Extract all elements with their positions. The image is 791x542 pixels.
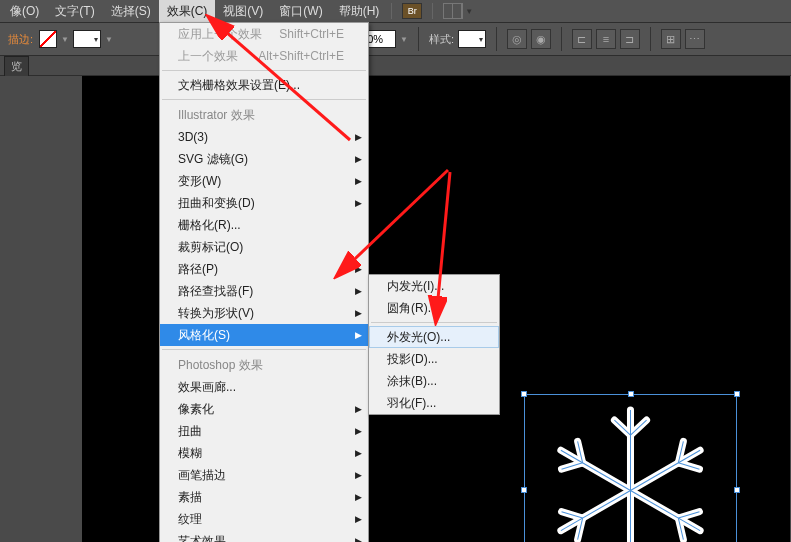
options-bar: 描边: ▼ ▾ ▼ 不透明度: 100% ▼ 样式: ▾ ◎ ◉ ⊏ ≡ ⊐ ⊞…	[0, 22, 791, 56]
menu-select[interactable]: 选择(S)	[103, 0, 159, 23]
divider	[432, 3, 433, 19]
divider	[371, 322, 497, 323]
svg-line-33	[561, 450, 631, 490]
effect-svg-filters[interactable]: SVG 滤镜(G)▶	[160, 148, 368, 170]
menu-text[interactable]: 文字(T)	[47, 0, 102, 23]
style-label: 样式:	[429, 32, 454, 47]
doc-tabbar: 览	[0, 56, 791, 76]
inner-glow[interactable]: 内发光(I)...	[369, 275, 499, 297]
svg-line-24	[630, 490, 700, 530]
outer-glow[interactable]: 外发光(O)...	[369, 326, 499, 348]
resize-handle[interactable]	[734, 487, 740, 493]
drop-shadow[interactable]: 投影(D)...	[369, 348, 499, 370]
chevron-down-icon: ▼	[465, 7, 473, 16]
bridge-icon[interactable]: Br	[402, 3, 422, 19]
feather[interactable]: 羽化(F)...	[369, 392, 499, 414]
chevron-down-icon[interactable]: ▼	[61, 35, 69, 44]
recolor-icon[interactable]: ◉	[531, 29, 551, 49]
menu-image[interactable]: 像(O)	[2, 0, 47, 23]
effect-sketch[interactable]: 素描▶	[160, 486, 368, 508]
effect-warp[interactable]: 变形(W)▶	[160, 170, 368, 192]
effect-pixelate[interactable]: 像素化▶	[160, 398, 368, 420]
effect-artistic[interactable]: 艺术效果▶	[160, 530, 368, 542]
selected-object[interactable]	[524, 394, 737, 542]
divider	[561, 27, 562, 51]
effect-brush-strokes[interactable]: 画笔描边▶	[160, 464, 368, 486]
menu-effect[interactable]: 效果(C)	[159, 0, 216, 23]
style-swatch[interactable]: ▾	[458, 30, 486, 48]
divider	[418, 27, 419, 51]
align-right-icon[interactable]: ⊐	[620, 29, 640, 49]
resize-handle[interactable]	[521, 391, 527, 397]
effect-blur[interactable]: 模糊▶	[160, 442, 368, 464]
effect-3d[interactable]: 3D(3)▶	[160, 126, 368, 148]
stroke-color-none-icon[interactable]	[39, 30, 57, 48]
effect-rasterize[interactable]: 栅格化(R)...	[160, 214, 368, 236]
snowflake-artwork	[530, 400, 731, 542]
effect-gallery[interactable]: 效果画廊...	[160, 376, 368, 398]
effect-crop-marks[interactable]: 裁剪标记(O)	[160, 236, 368, 258]
effect-convert-shape[interactable]: 转换为形状(V)▶	[160, 302, 368, 324]
svg-line-21	[630, 450, 700, 490]
effect-distort-transform[interactable]: 扭曲和变换(D)▶	[160, 192, 368, 214]
menu-window[interactable]: 窗口(W)	[271, 0, 330, 23]
resize-handle[interactable]	[521, 487, 527, 493]
doc-tab[interactable]: 览	[4, 56, 29, 76]
transform-icon[interactable]: ⊞	[661, 29, 681, 49]
apply-last-effect[interactable]: 应用上一个效果Shift+Ctrl+E	[160, 23, 368, 45]
resize-handle[interactable]	[628, 391, 634, 397]
effect-path[interactable]: 路径(P)▶	[160, 258, 368, 280]
divider	[162, 70, 366, 71]
menubar: 像(O) 文字(T) 选择(S) 效果(C) 视图(V) 窗口(W) 帮助(H)…	[0, 0, 791, 22]
effect-distort-ps[interactable]: 扭曲▶	[160, 420, 368, 442]
divider	[162, 349, 366, 350]
stroke-label: 描边:	[8, 32, 33, 47]
effect-stylize[interactable]: 风格化(S)▶	[160, 324, 368, 346]
more-icon[interactable]: ⋯	[685, 29, 705, 49]
scribble[interactable]: 涂抹(B)...	[369, 370, 499, 392]
divider	[496, 27, 497, 51]
menu-help[interactable]: 帮助(H)	[331, 0, 388, 23]
menu-view[interactable]: 视图(V)	[215, 0, 271, 23]
effect-pathfinder[interactable]: 路径查找器(F)▶	[160, 280, 368, 302]
illustrator-effects-header: Illustrator 效果	[160, 103, 368, 126]
last-effect[interactable]: 上一个效果Alt+Shift+Ctrl+E	[160, 45, 368, 67]
effect-texture[interactable]: 纹理▶	[160, 508, 368, 530]
divider	[391, 3, 392, 19]
svg-line-30	[561, 490, 631, 530]
photoshop-effects-header: Photoshop 效果	[160, 353, 368, 376]
doc-raster-settings[interactable]: 文档栅格效果设置(E)...	[160, 74, 368, 96]
effect-menu: 应用上一个效果Shift+Ctrl+E 上一个效果Alt+Shift+Ctrl+…	[159, 22, 369, 542]
chevron-down-icon[interactable]: ▼	[400, 35, 408, 44]
stroke-weight-input[interactable]: ▾	[73, 30, 101, 48]
chevron-down-icon[interactable]: ▼	[105, 35, 113, 44]
appearance-icon[interactable]: ◎	[507, 29, 527, 49]
align-left-icon[interactable]: ⊏	[572, 29, 592, 49]
divider	[650, 27, 651, 51]
round-corners[interactable]: 圆角(R)...	[369, 297, 499, 319]
align-center-icon[interactable]: ≡	[596, 29, 616, 49]
stylize-submenu: 内发光(I)... 圆角(R)... 外发光(O)... 投影(D)... 涂抹…	[368, 274, 500, 415]
layout-icon[interactable]	[443, 3, 463, 19]
resize-handle[interactable]	[734, 391, 740, 397]
divider	[162, 99, 366, 100]
